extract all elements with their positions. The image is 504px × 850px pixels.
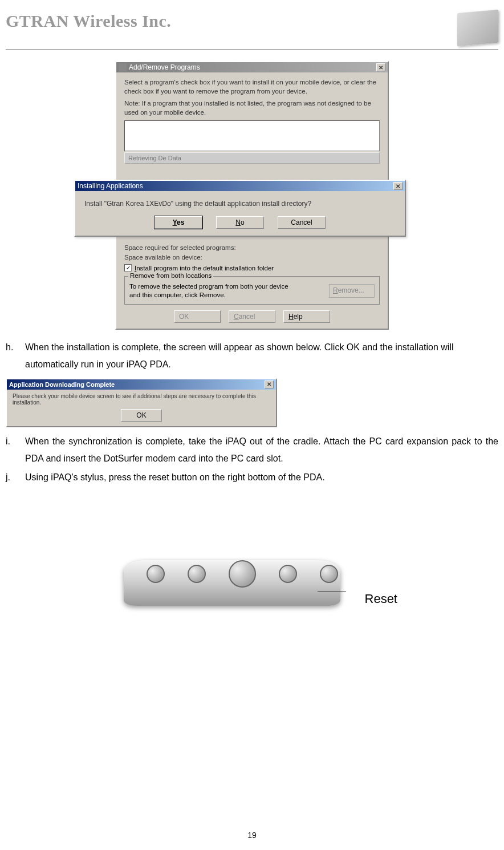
close-icon[interactable]: ✕ — [376, 63, 385, 71]
app-icon — [119, 63, 127, 71]
download-complete-window: Application Downloading Complete ✕ Pleas… — [6, 378, 277, 427]
window-titlebar: Application Downloading Complete ✕ — [7, 379, 276, 390]
reset-label: Reset — [365, 592, 397, 606]
instruction-list-2: i. When the synchronization is complete,… — [6, 433, 498, 486]
ok-button[interactable]: OK — [121, 409, 162, 422]
space-available-label: Space available on device: — [124, 254, 380, 261]
installing-applications-dialog: Installing Applications ✕ Install "Gtran… — [74, 180, 406, 237]
help-button[interactable]: Help — [283, 310, 330, 323]
space-required-label: Space required for selected programs: — [124, 244, 380, 251]
instruction-list: h. When the installation is complete, th… — [6, 339, 498, 374]
pda-button — [320, 565, 338, 583]
groupbox-text: To remove the selected program from both… — [129, 282, 295, 299]
screenshot-2-container: Application Downloading Complete ✕ Pleas… — [6, 378, 498, 427]
checkbox[interactable]: ✓ — [124, 264, 132, 272]
window-titlebar: Add/Remove Programs ✕ — [116, 62, 388, 72]
list-marker: j. — [6, 469, 25, 486]
window-title: Add/Remove Programs — [129, 63, 200, 71]
groupbox-label: Remove from both locations — [128, 272, 213, 279]
instruction-text-1: Select a program's check box if you want… — [124, 78, 380, 96]
pda-button — [279, 565, 297, 583]
pc-card-icon — [457, 10, 498, 46]
remove-groupbox: Remove from both locations To remove the… — [124, 276, 380, 305]
list-text: When the installation is complete, the s… — [25, 339, 498, 374]
dialog-titlebar: Installing Applications ✕ — [75, 181, 405, 191]
dialog-text: Please check your mobile device screen t… — [13, 393, 270, 406]
list-text: When the synchronization is complete, ta… — [25, 433, 498, 468]
default-folder-checkbox-row: ✓ Install program into the default insta… — [124, 264, 380, 272]
dialog-title: Installing Applications — [78, 182, 143, 190]
program-listbox[interactable] — [124, 120, 380, 151]
retrieving-bar: Retrieving De Data — [124, 152, 380, 164]
yes-button[interactable]: Yes — [155, 216, 202, 229]
ipaq-pda-image: Reset — [112, 503, 392, 663]
list-item: i. When the synchronization is complete,… — [6, 433, 498, 468]
close-icon[interactable]: ✕ — [265, 381, 274, 388]
no-button[interactable]: No — [216, 216, 264, 229]
close-icon[interactable]: ✕ — [393, 182, 403, 190]
ipaq-image-container: Reset — [6, 503, 498, 663]
add-remove-programs-window: Add/Remove Programs ✕ Select a program's… — [115, 61, 389, 330]
list-text: Using iPAQ's stylus, press the reset but… — [25, 469, 498, 486]
ok-button: OK — [174, 310, 221, 323]
list-marker: h. — [6, 339, 25, 374]
pda-dpad — [229, 560, 256, 588]
pda-button — [147, 565, 165, 583]
pda-buttons — [147, 565, 338, 588]
instruction-text-2: Note: If a program that you installed is… — [124, 99, 380, 117]
callout-line — [318, 592, 346, 592]
window-title: Application Downloading Complete — [9, 381, 115, 388]
cancel-button: Cancel — [229, 310, 275, 323]
dialog-text: Install "Gtran Korea 1XEvDo" using the d… — [84, 199, 396, 208]
page-number: 19 — [247, 831, 257, 840]
cancel-button[interactable]: Cancel — [278, 216, 326, 229]
screenshot-1-container: Add/Remove Programs ✕ Select a program's… — [6, 61, 498, 330]
list-marker: i. — [6, 433, 25, 468]
remove-button: Remove... — [329, 284, 375, 298]
list-item: j. Using iPAQ's stylus, press the reset … — [6, 469, 498, 486]
company-name: GTRAN Wireless Inc. — [6, 11, 171, 31]
checkbox-label: Install program into the default install… — [135, 265, 274, 272]
page-header: GTRAN Wireless Inc. — [6, 11, 498, 50]
pda-button — [188, 565, 206, 583]
list-item: h. When the installation is complete, th… — [6, 339, 498, 374]
